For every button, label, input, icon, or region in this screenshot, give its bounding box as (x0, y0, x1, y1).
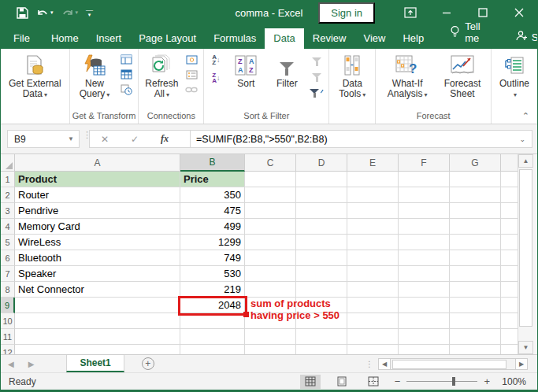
cell-G10[interactable] (450, 313, 501, 329)
sheet-tab-sheet1[interactable]: Sheet1 (66, 355, 124, 372)
sort-az-button[interactable]: AZ↓ (209, 54, 223, 65)
cell-G1[interactable] (450, 172, 501, 187)
cell-F8[interactable] (399, 282, 450, 298)
normal-view-icon[interactable] (300, 375, 321, 389)
cell-C11[interactable] (245, 329, 296, 345)
cell-B10[interactable] (180, 313, 245, 329)
row-header-7[interactable]: 7 (1, 266, 15, 282)
sign-in-button[interactable]: Sign in (318, 2, 375, 24)
column-header-a[interactable]: A (15, 154, 180, 172)
cell-A5[interactable]: WireLess (15, 235, 180, 250)
cell-G8[interactable] (450, 282, 501, 298)
scroll-right-icon[interactable]: ▶ (515, 358, 528, 370)
cell-B1[interactable]: Price (180, 172, 245, 187)
column-header-g[interactable]: G (450, 154, 501, 172)
row-header-3[interactable]: 3 (1, 203, 15, 219)
vertical-scroll-thumb[interactable] (519, 169, 532, 327)
cell-B4[interactable]: 499 (180, 219, 245, 235)
cell-G4[interactable] (450, 219, 501, 235)
cell-E7[interactable] (347, 266, 399, 282)
cell-D5[interactable] (296, 235, 347, 250)
cell-A12[interactable] (15, 345, 180, 354)
cell-A1[interactable]: Product (15, 172, 180, 187)
row-header-10[interactable]: 10 (1, 313, 15, 329)
cell-G11[interactable] (450, 329, 501, 345)
row-header-2[interactable]: 2 (1, 187, 15, 203)
page-break-preview-icon[interactable] (363, 375, 384, 389)
cell-E1[interactable] (347, 172, 399, 187)
enter-icon[interactable]: ✓ (120, 134, 150, 145)
insert-function-icon[interactable]: fx (150, 133, 180, 145)
recent-sources-icon[interactable] (119, 83, 133, 95)
row-header-5[interactable]: 5 (1, 235, 15, 250)
cell-C1[interactable] (245, 172, 296, 187)
vertical-scroll-track[interactable] (518, 168, 533, 341)
cell-G6[interactable] (450, 250, 501, 266)
horizontal-scroll-thumb[interactable] (392, 360, 506, 369)
formula-input[interactable]: =SUMIF(B2:B8,">550",B2:B8) ⌄ (190, 130, 532, 148)
cell-C4[interactable] (245, 219, 296, 235)
forecast-sheet-button[interactable]: Forecast Sheet (436, 50, 488, 99)
page-layout-view-icon[interactable] (332, 375, 352, 389)
cell-B9[interactable]: 2048 (180, 298, 245, 313)
column-header-d[interactable]: D (296, 154, 347, 172)
tab-page-layout[interactable]: Page Layout (130, 28, 205, 49)
cell-C6[interactable] (245, 250, 296, 266)
cell-F3[interactable] (399, 203, 450, 219)
cell-D9[interactable] (296, 298, 347, 313)
tab-view[interactable]: View (354, 28, 394, 49)
cell-D3[interactable] (296, 203, 347, 219)
refresh-all-button[interactable]: Refresh All▾ (141, 50, 182, 100)
sort-za-button[interactable]: ZA↓ (209, 72, 223, 83)
cell-F12[interactable] (399, 345, 450, 354)
undo-button[interactable]: ▾ (36, 8, 54, 18)
column-header-c[interactable]: C (245, 154, 296, 172)
cell-E4[interactable] (347, 219, 399, 235)
horizontal-scroll-track[interactable] (391, 358, 515, 370)
expand-formula-bar-icon[interactable]: ⌄ (519, 135, 525, 143)
tab-insert[interactable]: Insert (87, 28, 131, 49)
cell-F1[interactable] (399, 172, 450, 187)
collapse-ribbon-icon[interactable]: ⌃ (522, 111, 529, 121)
cell-B2[interactable]: 350 (180, 187, 245, 203)
cell-A2[interactable]: Router (15, 187, 180, 203)
save-icon[interactable] (17, 7, 28, 19)
column-header-b[interactable]: B (180, 154, 245, 172)
row-header-11[interactable]: 11 (1, 329, 15, 345)
what-if-analysis-button[interactable]: ? What-If Analysis▾ (378, 50, 436, 100)
filter-button[interactable]: Filter (266, 50, 307, 89)
row-header-6[interactable]: 6 (1, 250, 15, 266)
cell-D2[interactable] (296, 187, 347, 203)
cell-E3[interactable] (347, 203, 399, 219)
cell-F9[interactable] (399, 298, 450, 313)
tab-review[interactable]: Review (304, 28, 355, 49)
cell-F5[interactable] (399, 235, 450, 250)
cell-C12[interactable] (245, 345, 296, 354)
show-queries-icon[interactable] (119, 54, 133, 65)
cell-B7[interactable]: 530 (180, 266, 245, 282)
tab-scroll-splitter[interactable]: ⋮ (365, 362, 378, 366)
column-header-f[interactable]: F (399, 154, 450, 172)
from-table-icon[interactable] (119, 68, 133, 80)
customize-quick-access-icon[interactable]: —▾ (86, 9, 93, 17)
zoom-slider-handle[interactable] (452, 377, 455, 386)
cell-D1[interactable] (296, 172, 347, 187)
close-button[interactable] (501, 0, 537, 25)
name-box-caret-icon[interactable]: ▼ (68, 135, 74, 142)
cell-F10[interactable] (399, 313, 450, 329)
cell-C10[interactable] (245, 313, 296, 329)
cell-G5[interactable] (450, 235, 501, 250)
new-sheet-button[interactable]: + (142, 357, 154, 370)
cell-D10[interactable] (296, 313, 347, 329)
cell-A6[interactable]: Bluetooth (15, 250, 180, 266)
row-header-12[interactable]: 12 (1, 345, 15, 354)
next-sheet-icon[interactable]: ▶ (21, 360, 42, 368)
cell-C9[interactable] (245, 298, 296, 313)
scroll-down-icon[interactable]: ▼ (518, 341, 533, 354)
data-tools-button[interactable]: Data Tools▾ (332, 50, 373, 100)
share-button[interactable]: Share (509, 26, 538, 49)
cell-A3[interactable]: Pendrive (15, 203, 180, 219)
cell-A8[interactable]: Net Connector (15, 282, 180, 298)
cell-A10[interactable] (15, 313, 180, 329)
row-header-9[interactable]: 9 (1, 298, 15, 313)
